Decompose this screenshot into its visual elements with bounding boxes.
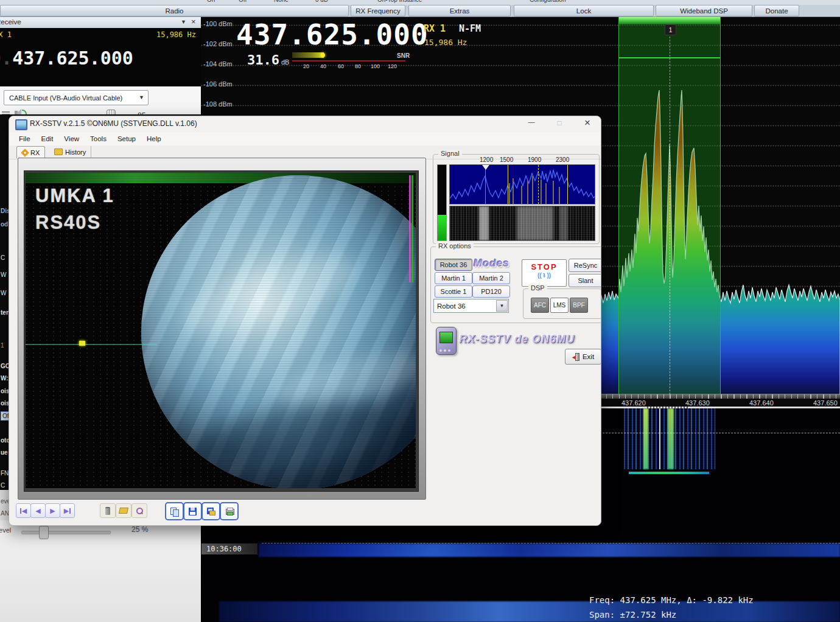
mode-button-pd120[interactable]: PD120 bbox=[472, 285, 510, 298]
exit-button[interactable]: ◄ Exit bbox=[565, 349, 601, 365]
window-titlebar[interactable]: RX-SSTV v.2.1.5 ©ON6MU (SSTVENG.DLL v.1.… bbox=[9, 116, 601, 133]
modes-logo: Modes bbox=[474, 257, 509, 270]
toolbar-tab-radio[interactable]: Radio bbox=[0, 5, 349, 16]
menu-view[interactable]: View bbox=[64, 135, 79, 142]
slant-button[interactable]: Slant bbox=[569, 274, 601, 287]
mode-button-martin1[interactable]: Martin 1 bbox=[435, 272, 472, 284]
scale-label: 437.630 bbox=[685, 399, 710, 407]
toolbar-tab-wideband-dsp[interactable]: Wideband DSP bbox=[656, 5, 752, 16]
mode-button-scottie1[interactable]: Scottie 1 bbox=[435, 285, 472, 298]
open-button[interactable] bbox=[116, 503, 131, 518]
zoom-button[interactable] bbox=[131, 503, 147, 518]
stop-button[interactable]: STOP (( ʇ )) bbox=[522, 259, 567, 287]
close-icon[interactable]: × bbox=[191, 17, 196, 26]
top-fragment: On-Top Instance bbox=[377, 0, 422, 3]
resync-button[interactable]: ReSync bbox=[569, 259, 601, 272]
sstv-image-frame: UMKA 1 RS40S bbox=[18, 158, 426, 500]
close-button[interactable]: × bbox=[576, 117, 598, 129]
toolbar-tab-donate[interactable]: Donate bbox=[754, 5, 799, 16]
waterfall-streak-green1 bbox=[643, 408, 648, 469]
mode-select[interactable]: Robot 36 ▼ bbox=[433, 299, 509, 313]
maximize-button[interactable]: □ bbox=[548, 119, 570, 127]
toolbar-tab-rx-frequency[interactable]: RX Frequency bbox=[351, 5, 405, 16]
filter-band[interactable]: 1 bbox=[618, 17, 721, 394]
volume-slider[interactable] bbox=[38, 108, 129, 114]
marker-1900-dashed bbox=[538, 165, 539, 204]
menu-edit[interactable]: Edit bbox=[41, 135, 54, 142]
speaker-icon[interactable] bbox=[15, 108, 27, 114]
delete-button[interactable] bbox=[100, 503, 116, 518]
volume-value: 85 bbox=[138, 111, 145, 114]
screen: On Off None 0 dB On-Top Instance Configu… bbox=[0, 0, 840, 622]
signal-groupbox: Signal 1200 1500 1900 2300 bbox=[433, 154, 600, 244]
mode-select-arrow[interactable]: ▼ bbox=[496, 300, 508, 312]
phone-icon bbox=[436, 327, 457, 355]
spectrum-top-strip[interactable]: -100 dBm -102 dBm -104 dBm -106 dBm -108… bbox=[201, 17, 600, 116]
menu-setup[interactable]: Setup bbox=[117, 135, 136, 142]
open-folder-icon bbox=[119, 508, 128, 514]
window-title: RX-SSTV v.2.1.5 ©ON6MU (SSTVENG.DLL v.1.… bbox=[30, 119, 197, 128]
menu-file[interactable]: File bbox=[19, 135, 30, 142]
rx-options-groupbox: RX options Robot 36 Modes Martin 1 Marti… bbox=[430, 246, 601, 323]
top-fragment: None bbox=[274, 0, 289, 3]
volume-slider-handle[interactable] bbox=[107, 110, 116, 114]
level-slider-handle[interactable] bbox=[39, 526, 49, 539]
tab-history[interactable]: History bbox=[49, 146, 91, 158]
export-button[interactable] bbox=[220, 502, 239, 520]
vfo-freq-digits: 437.625.000 bbox=[12, 47, 133, 69]
snr-value: 31.6 bbox=[247, 52, 279, 68]
mode-button-robot36[interactable]: Robot 36 bbox=[435, 259, 472, 271]
menu-help[interactable]: Help bbox=[147, 135, 161, 142]
dbm-axis-label: -102 dBm bbox=[203, 40, 233, 47]
floppy-icon bbox=[189, 508, 197, 515]
save-as-button[interactable] bbox=[201, 502, 220, 520]
toolbar-tab-extras[interactable]: Extras bbox=[408, 5, 511, 16]
band-marker-badge[interactable]: 1 bbox=[665, 24, 676, 35]
frequency-scale[interactable]: 437.620 437.630 437.640 437.650 bbox=[600, 394, 840, 408]
waterfall-right[interactable] bbox=[600, 408, 840, 525]
audio-device-select[interactable]: CABLE Input (VB-Audio Virtual Cable) ▼ bbox=[4, 90, 149, 105]
vfo-freq-dim-digits: 00. bbox=[0, 47, 12, 69]
waterfall-bottom[interactable]: 10:36:00 Freq: 437.625 MHz, Δ: -9.822 kH… bbox=[201, 525, 840, 622]
dsp-bpf-button[interactable]: BPF bbox=[570, 298, 588, 313]
waterfall-streak-white bbox=[659, 408, 660, 469]
scale-label: 437.650 bbox=[813, 399, 838, 407]
vfo-rx-label: RX 1 bbox=[424, 23, 446, 34]
dsp-lms-button[interactable]: LMS bbox=[550, 298, 569, 313]
top-fragment: 0 dB bbox=[315, 0, 328, 3]
dsp-afc-button[interactable]: AFC bbox=[531, 298, 549, 313]
vfo-frequency-small[interactable]: 00.437.625.000 bbox=[0, 47, 133, 69]
top-fragment: Configuration bbox=[530, 0, 565, 3]
nav-last-button[interactable]: ▶ bbox=[60, 503, 75, 518]
floppy-folder-icon bbox=[207, 508, 215, 515]
collapse-icon[interactable]: ▼ bbox=[181, 19, 186, 25]
save-button[interactable] bbox=[183, 502, 202, 520]
vfo-frequency-main[interactable]: 437.625.000 bbox=[236, 18, 429, 51]
spectrum-right[interactable]: 1 bbox=[600, 17, 840, 394]
dsp-groupbox: DSP AFC LMS BPF bbox=[523, 288, 601, 319]
nav-next-button[interactable]: ▶ bbox=[45, 503, 60, 518]
toolbar-tab-lock[interactable]: Lock bbox=[514, 5, 654, 16]
minimize-button[interactable]: — bbox=[520, 118, 542, 125]
snr-tick: 100 bbox=[371, 63, 380, 69]
sstv-glitch-line bbox=[26, 344, 156, 345]
snr-tick: 60 bbox=[338, 63, 344, 69]
vfo-offset: 15,986 Hz bbox=[424, 38, 467, 47]
snr-label: SNR bbox=[397, 52, 410, 59]
mode-button-martin2[interactable]: Martin 2 bbox=[472, 272, 510, 284]
waterfall-sync-line bbox=[629, 472, 709, 474]
receive-panel-header[interactable]: Receive ▼ × bbox=[0, 17, 201, 29]
signal-level-bar bbox=[437, 164, 447, 241]
nav-prev-button[interactable]: ◀ bbox=[30, 503, 46, 518]
tab-rx[interactable]: RX bbox=[16, 146, 45, 158]
nav-first-button[interactable]: ◀ bbox=[16, 503, 31, 518]
snr-meter-scale-line bbox=[292, 60, 405, 61]
copy-button[interactable] bbox=[165, 502, 184, 520]
filter-band-top-bar[interactable] bbox=[619, 17, 720, 24]
scale-label: 437.620 bbox=[621, 399, 646, 407]
receive-panel: Receive ▼ × RX 1 15,986 Hz 00.437.625.00… bbox=[0, 17, 201, 114]
snr-tick: 120 bbox=[388, 63, 397, 69]
tune-triangle[interactable] bbox=[482, 165, 489, 170]
signal-group-label: Signal bbox=[438, 150, 462, 157]
menu-tools[interactable]: Tools bbox=[90, 135, 107, 142]
